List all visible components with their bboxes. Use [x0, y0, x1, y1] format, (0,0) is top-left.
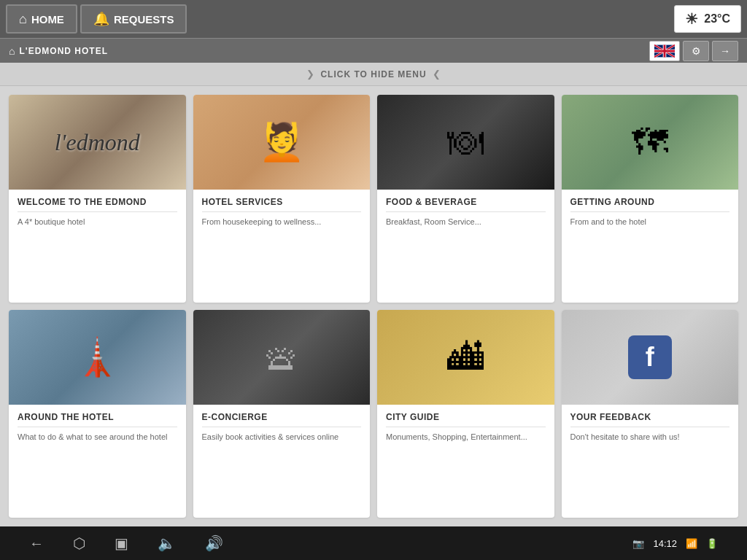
settings-button[interactable]: ⚙ [683, 41, 709, 61]
breadcrumb-bar: ⌂ L'EDMOND HOTEL ⚙ → [0, 38, 747, 63]
map-icon: 🗺 [632, 121, 668, 163]
card-city-guide[interactable]: 🏙 CITY GUIDE Monuments, Shopping, Entert… [377, 310, 554, 518]
card-around-hotel-title: AROUND THE HOTEL [18, 412, 177, 427]
card-eiffel-image: 🗼 [9, 310, 186, 405]
main-grid: l'edmond WELCOME TO THE EDMOND A 4* bout… [0, 86, 747, 526]
card-services-content: HOTEL SERVICES From housekeeping to well… [193, 190, 371, 303]
card-city-guide-title: CITY GUIDE [386, 412, 546, 427]
uk-flag-icon [654, 44, 675, 58]
card-getting-around-title: GETTING AROUND [570, 197, 730, 212]
card-food[interactable]: 🍽 FOOD & BEVERAGE Breakfast, Room Servic… [377, 95, 554, 303]
card-paris-image: 🏙 [377, 310, 554, 405]
card-map-image: 🗺 [562, 95, 739, 190]
language-flag-button[interactable] [649, 41, 680, 61]
android-left-controls: ← ⬡ ▣ 🔈 🔊 [29, 534, 223, 552]
top-navigation: ⌂ HOME 🔔 REQUESTS ☀ 23°C [0, 0, 747, 38]
hide-menu-label: CLICK TO HIDE MENU [320, 69, 426, 79]
card-services-desc: From housekeeping to wellness... [202, 217, 362, 228]
card-welcome-title: WELCOME TO THE EDMOND [18, 197, 177, 212]
logout-icon: → [720, 45, 730, 57]
concierge-bell-icon: 🛎 [264, 338, 299, 378]
food-icon: 🍽 [447, 121, 484, 163]
android-right-status: 📷 14:12 📶 🔋 [632, 538, 718, 549]
battery-icon: 🔋 [706, 538, 718, 549]
temperature-display: 23°C [704, 12, 730, 26]
spa-icon: 💆 [259, 121, 304, 163]
card-feedback-desc: Don't hesitate to share with us! [570, 432, 730, 443]
card-around-hotel[interactable]: 🗼 AROUND THE HOTEL What to do & what to … [9, 310, 186, 518]
card-welcome-desc: A 4* boutique hotel [18, 217, 177, 228]
card-spa-image: 💆 [193, 95, 371, 190]
android-navigation-bar: ← ⬡ ▣ 🔈 🔊 📷 14:12 📶 🔋 [0, 526, 747, 560]
card-feedback[interactable]: f YOUR FEEDBACK Don't hesitate to share … [562, 310, 739, 518]
android-time-display: 14:12 [653, 538, 677, 549]
card-feedback-title: YOUR FEEDBACK [570, 412, 730, 427]
android-volume-down-icon[interactable]: 🔈 [158, 534, 176, 552]
android-screenshot-icon: 📷 [632, 538, 644, 549]
card-city-guide-content: CITY GUIDE Monuments, Shopping, Entertai… [377, 405, 554, 518]
gear-icon: ⚙ [692, 45, 701, 57]
card-food-title: FOOD & BEVERAGE [386, 197, 546, 212]
android-home-icon[interactable]: ⬡ [73, 534, 85, 552]
facebook-key-icon: f [628, 335, 672, 379]
wifi-icon: 📶 [686, 538, 697, 549]
card-facebook-image: f [562, 310, 739, 405]
card-welcome-content: WELCOME TO THE EDMOND A 4* boutique hote… [9, 190, 186, 303]
card-e-concierge-title: E-CONCIERGE [202, 412, 362, 427]
android-recents-icon[interactable]: ▣ [115, 534, 128, 552]
weather-widget: ☀ 23°C [674, 5, 741, 33]
android-back-icon[interactable]: ← [29, 535, 44, 552]
breadcrumb-home-icon: ⌂ [9, 45, 15, 57]
home-label: HOME [31, 13, 64, 26]
card-getting-around[interactable]: 🗺 GETTING AROUND From and to the hotel [562, 95, 739, 303]
card-welcome-image: l'edmond [9, 95, 186, 190]
card-city-guide-desc: Monuments, Shopping, Entertainment... [386, 432, 546, 443]
chevron-right-icon: ❮ [433, 69, 441, 79]
requests-label: REQUESTS [114, 13, 174, 26]
android-volume-up-icon[interactable]: 🔊 [205, 534, 223, 552]
eiffel-icon: 🗼 [74, 336, 120, 378]
requests-button[interactable]: 🔔 REQUESTS [80, 4, 187, 34]
home-button[interactable]: ⌂ HOME [6, 4, 77, 34]
card-food-content: FOOD & BEVERAGE Breakfast, Room Service.… [377, 190, 554, 303]
card-getting-around-content: GETTING AROUND From and to the hotel [562, 190, 739, 303]
home-icon: ⌂ [19, 12, 27, 27]
card-hotel-services[interactable]: 💆 HOTEL SERVICES From housekeeping to we… [193, 95, 371, 303]
card-welcome[interactable]: l'edmond WELCOME TO THE EDMOND A 4* bout… [9, 95, 186, 303]
bell-icon: 🔔 [93, 11, 109, 27]
card-services-title: HOTEL SERVICES [202, 197, 362, 212]
chevron-left-icon: ❯ [306, 69, 314, 79]
hide-menu-bar[interactable]: ❯ CLICK TO HIDE MENU ❮ [0, 63, 747, 86]
card-feedback-content: YOUR FEEDBACK Don't hesitate to share wi… [562, 405, 739, 518]
card-around-hotel-desc: What to do & what to see around the hote… [18, 432, 177, 443]
card-food-desc: Breakfast, Room Service... [386, 217, 546, 228]
logout-button[interactable]: → [712, 41, 738, 61]
nav-right-controls: ☀ 23°C [674, 5, 741, 33]
card-around-hotel-content: AROUND THE HOTEL What to do & what to se… [9, 405, 186, 518]
card-e-concierge[interactable]: 🛎 E-CONCIERGE Easily book activities & s… [193, 310, 371, 518]
sun-icon: ☀ [685, 10, 698, 28]
card-e-concierge-desc: Easily book activities & services online [202, 432, 362, 443]
card-food-image: 🍽 [377, 95, 554, 190]
card-bell-image: 🛎 [193, 310, 371, 405]
hotel-name-label: L'EDMOND HOTEL [19, 46, 108, 56]
card-e-concierge-content: E-CONCIERGE Easily book activities & ser… [193, 405, 371, 518]
card-getting-around-desc: From and to the hotel [570, 217, 730, 228]
paris-city-icon: 🏙 [447, 336, 484, 378]
edmond-script: l'edmond [55, 129, 140, 156]
